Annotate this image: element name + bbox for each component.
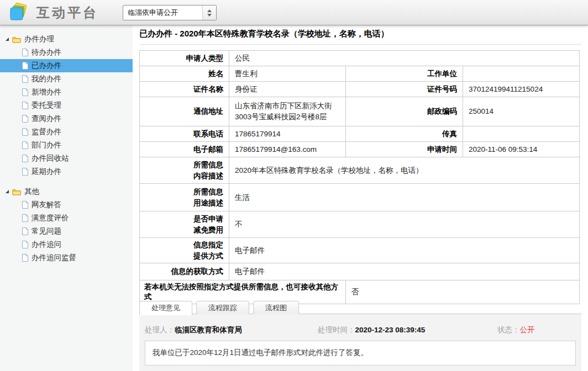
expander-triangle-icon[interactable] xyxy=(6,190,9,193)
document-icon xyxy=(22,168,28,176)
sidebar-item-supervised-cases[interactable]: 监督办件 xyxy=(0,125,133,139)
table-row: 电子邮箱 17865179914@163.com 申请时间 2020-11-06… xyxy=(140,142,580,157)
sidebar-item-satisfaction-rating[interactable]: 满意度评价 xyxy=(0,211,133,225)
document-icon xyxy=(22,115,28,123)
document-icon xyxy=(22,102,28,109)
sidebar-item-department-cases[interactable]: 部门办件 xyxy=(0,139,133,152)
sidebar-item-pending-cases[interactable]: 待办办件 xyxy=(0,46,133,59)
expander-triangle-icon[interactable] xyxy=(6,38,9,41)
app-header: 互动平台 临淄依申请公开 xyxy=(0,0,588,25)
processing-time-label: 处理时间： xyxy=(318,326,355,334)
handler-label: 处理人： xyxy=(145,326,175,334)
document-icon xyxy=(22,155,28,162)
table-row: 是否申请 减免费用 不 xyxy=(140,211,580,238)
title-divider xyxy=(139,44,581,45)
application-detail-table: 申请人类型 公民 姓名 曹生利 工作单位 证件名称 身份证 证件号码 37012… xyxy=(139,50,580,304)
sidebar-item-review-cases[interactable]: 查阅办件 xyxy=(0,112,133,125)
table-row: 信息的获取方式 电子邮件 xyxy=(140,263,580,280)
sidebar-item-recycle-bin[interactable]: 办件回收站 xyxy=(0,152,133,165)
app-logo-icon xyxy=(8,3,30,23)
sidebar-item-deferred-cases[interactable]: 延期办件 xyxy=(0,165,133,178)
table-row: 姓名 曹生利 工作单位 xyxy=(140,66,580,82)
sidebar-item-case-followup[interactable]: 办件追问 xyxy=(0,238,133,251)
document-icon xyxy=(22,49,28,56)
tab-bar: 处理意见 流程跟踪 流程图 xyxy=(139,301,581,314)
status-field: 状态：公开 xyxy=(497,325,535,335)
status-badge: 公开 xyxy=(520,326,535,334)
table-row: 所需信息 用途描述 生活 xyxy=(140,184,580,211)
sidebar-group-label: 办件办理 xyxy=(24,33,54,46)
site-select-value: 临淄依申请公开 xyxy=(123,6,202,20)
sidebar-item-new-case[interactable]: 新增办件 xyxy=(0,86,133,99)
sidebar-group-case-handling[interactable]: 办件办理 xyxy=(0,33,133,46)
document-icon xyxy=(22,254,28,262)
processing-time-value: 2020-12-23 08:39:45 xyxy=(355,326,426,334)
app-title: 互动平台 xyxy=(36,4,98,22)
document-icon xyxy=(22,141,28,149)
status-label: 状态： xyxy=(497,326,520,334)
tab-processing-opinion[interactable]: 处理意见 xyxy=(139,301,192,315)
handler-value: 临淄区教育和体育局 xyxy=(175,326,242,334)
sidebar-item-followup-supervision[interactable]: 办件追问监督 xyxy=(0,251,133,264)
processing-opinion-panel: 处理人：临淄区教育和体育局 处理时间：2020-12-23 08:39:45 状… xyxy=(139,314,581,371)
page-title: 已办办件 - 2020年本区特殊教育学校名录（学校地址，名称，电话） xyxy=(139,29,579,39)
tab-flow-chart[interactable]: 流程图 xyxy=(253,301,299,315)
select-spinner-icon[interactable] xyxy=(202,6,216,20)
table-row: 申请人类型 公民 xyxy=(140,51,580,66)
reply-text-box: 我单位已于2020年12月1日通过电子邮件形式对此件进行了答复。 xyxy=(145,341,576,365)
document-icon xyxy=(22,241,28,248)
site-select-dropdown[interactable]: 临淄依申请公开 xyxy=(123,5,217,20)
table-row: 信息指定 提供方式 电子邮件 xyxy=(140,238,580,263)
sidebar-item-delegated-acceptance[interactable]: 委托受理 xyxy=(0,99,133,112)
table-row: 联系电话 17865179914 传真 xyxy=(140,126,580,142)
document-icon xyxy=(22,128,28,136)
folder-icon xyxy=(12,188,21,195)
table-row: 所需信息 内容描述 2020年本区特殊教育学校名录（学校地址，名称，电话） xyxy=(140,157,580,184)
sidebar-item-faq[interactable]: 常见问题 xyxy=(0,225,133,238)
document-icon xyxy=(22,227,28,235)
sidebar-group-label: 其他 xyxy=(24,185,39,198)
sidebar-item-netizen-answers[interactable]: 网友解答 xyxy=(0,198,133,211)
app-window: 互动平台 临淄依申请公开 办件办理 待办办件 已办办件 我的办件 xyxy=(0,0,588,371)
sidebar-group-other[interactable]: 其他 xyxy=(0,185,133,198)
folder-icon xyxy=(12,36,21,43)
document-icon xyxy=(22,75,28,83)
sidebar: 办件办理 待办办件 已办办件 我的办件 新增办件 委托受理 查阅办件 监督办 xyxy=(0,25,133,371)
document-icon xyxy=(22,201,28,209)
document-icon xyxy=(22,62,28,70)
handler-field: 处理人：临淄区教育和体育局 xyxy=(145,325,242,335)
table-row: 证件名称 身份证 证件号码 370124199411215024 xyxy=(140,82,580,97)
sidebar-item-completed-cases[interactable]: 已办办件 xyxy=(0,59,133,72)
document-icon xyxy=(22,88,28,96)
tab-process-tracking[interactable]: 流程跟踪 xyxy=(196,301,249,315)
processing-time-field: 处理时间：2020-12-23 08:39:45 xyxy=(318,325,425,335)
sidebar-item-my-cases[interactable]: 我的办件 xyxy=(0,72,133,86)
document-icon xyxy=(22,214,28,222)
table-row: 通信地址 山东省济南市历下区新泺大街3003号宝威科技园2号楼8层 邮政编码 2… xyxy=(140,97,580,126)
